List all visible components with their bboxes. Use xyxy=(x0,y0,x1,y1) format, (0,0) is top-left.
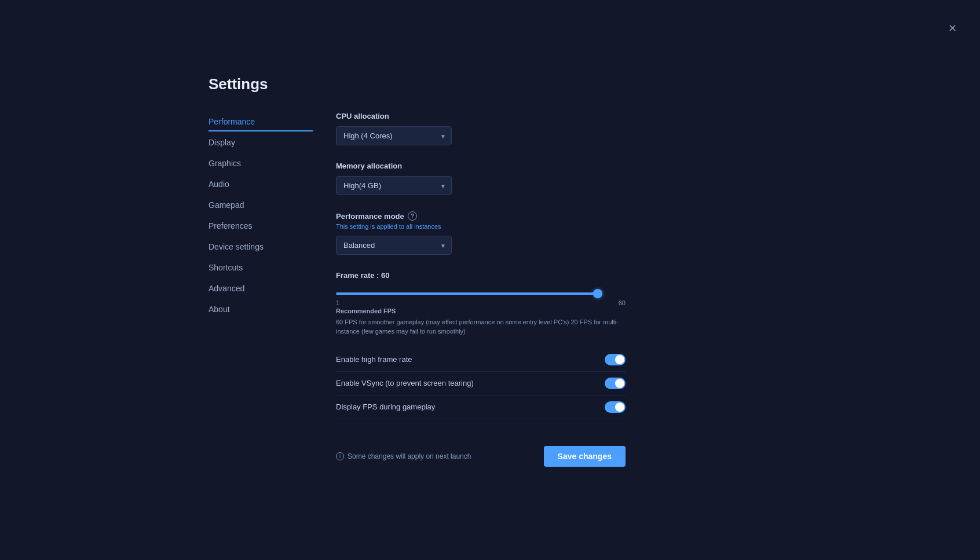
toggle-row-display-fps: Display FPS during gameplay xyxy=(336,396,626,419)
sidebar-item-audio[interactable]: Audio xyxy=(209,174,313,194)
toggle-knob-high-frame-rate xyxy=(615,355,624,364)
performance-mode-section: Performance mode ? This setting is appli… xyxy=(336,211,626,255)
toggle-display-fps[interactable] xyxy=(605,401,626,413)
toggle-knob-display-fps xyxy=(615,402,624,412)
performance-mode-select[interactable]: Power savingBalancedHigh performance xyxy=(336,236,452,255)
memory-allocation-section: Memory allocation Low (1 GB)Medium (2 GB… xyxy=(336,162,626,195)
sidebar-item-performance[interactable]: Performance xyxy=(209,112,313,131)
toggle-row-vsync: Enable VSync (to prevent screen tearing) xyxy=(336,372,626,396)
sidebar-item-device-settings[interactable]: Device settings xyxy=(209,237,313,257)
sidebar-item-display[interactable]: Display xyxy=(209,133,313,152)
sidebar-item-graphics[interactable]: Graphics xyxy=(209,153,313,173)
toggle-vsync[interactable] xyxy=(605,378,626,389)
footer-note: i Some changes will apply on next launch xyxy=(336,452,471,460)
sidebar-item-about[interactable]: About xyxy=(209,299,313,319)
settings-container: Settings PerformanceDisplayGraphicsAudio… xyxy=(209,75,626,467)
toggles-section: Enable high frame rateEnable VSync (to p… xyxy=(336,348,626,419)
memory-allocation-label: Memory allocation xyxy=(336,162,626,170)
toggle-row-high-frame-rate: Enable high frame rate xyxy=(336,348,626,372)
sidebar-item-preferences[interactable]: Preferences xyxy=(209,216,313,236)
toggle-label-display-fps: Display FPS during gameplay xyxy=(336,402,435,411)
memory-allocation-select-wrapper: Low (1 GB)Medium (2 GB)High(4 GB)Very Hi… xyxy=(336,176,452,195)
performance-mode-select-wrapper: Power savingBalancedHigh performance ▼ xyxy=(336,236,452,255)
page-title: Settings xyxy=(209,75,626,93)
performance-mode-label-text: Performance mode xyxy=(336,212,404,221)
cpu-allocation-section: CPU allocation Low (1 Core)Medium (2 Cor… xyxy=(336,112,626,145)
settings-panel: Settings PerformanceDisplayGraphicsAudio… xyxy=(209,75,626,467)
content-panel: CPU allocation Low (1 Core)Medium (2 Cor… xyxy=(336,112,626,467)
footer-bar: i Some changes will apply on next launch… xyxy=(336,437,626,467)
memory-allocation-select[interactable]: Low (1 GB)Medium (2 GB)High(4 GB)Very Hi… xyxy=(336,176,452,195)
toggle-label-vsync: Enable VSync (to prevent screen tearing) xyxy=(336,379,474,387)
performance-mode-note: This setting is applied to all instances xyxy=(336,223,626,230)
sidebar: PerformanceDisplayGraphicsAudioGamepadPr… xyxy=(209,112,313,467)
frame-rate-section: Frame rate : 60 1 60 Recommended FPS 60 … xyxy=(336,271,626,336)
fps-recommendation-text: 60 FPS for smoother gameplay (may effect… xyxy=(336,319,619,335)
toggle-high-frame-rate[interactable] xyxy=(605,354,626,365)
slider-min-label: 1 xyxy=(336,299,339,306)
slider-max-label: 60 xyxy=(619,299,626,306)
performance-mode-help-icon[interactable]: ? xyxy=(408,211,417,221)
slider-wrapper xyxy=(336,287,602,297)
sidebar-item-gamepad[interactable]: Gamepad xyxy=(209,195,313,215)
fps-recommendation: Recommended FPS 60 FPS for smoother game… xyxy=(336,306,626,336)
footer-note-icon: i xyxy=(336,452,344,460)
footer-note-text: Some changes will apply on next launch xyxy=(348,452,471,460)
close-button[interactable]: ✕ xyxy=(948,23,957,34)
frame-rate-label: Frame rate : 60 xyxy=(336,271,626,280)
sidebar-item-shortcuts[interactable]: Shortcuts xyxy=(209,258,313,277)
sidebar-item-advanced[interactable]: Advanced xyxy=(209,279,313,298)
fps-recommendation-title: Recommended FPS xyxy=(336,306,626,316)
toggle-label-high-frame-rate: Enable high frame rate xyxy=(336,355,412,364)
cpu-allocation-label: CPU allocation xyxy=(336,112,626,120)
cpu-allocation-select[interactable]: Low (1 Core)Medium (2 Cores)High (4 Core… xyxy=(336,126,452,145)
cpu-allocation-select-wrapper: Low (1 Core)Medium (2 Cores)High (4 Core… xyxy=(336,126,452,145)
toggle-knob-vsync xyxy=(615,379,624,388)
save-button[interactable]: Save changes xyxy=(544,446,626,467)
frame-rate-slider[interactable] xyxy=(336,292,602,295)
slider-range-labels: 1 60 xyxy=(336,299,626,306)
